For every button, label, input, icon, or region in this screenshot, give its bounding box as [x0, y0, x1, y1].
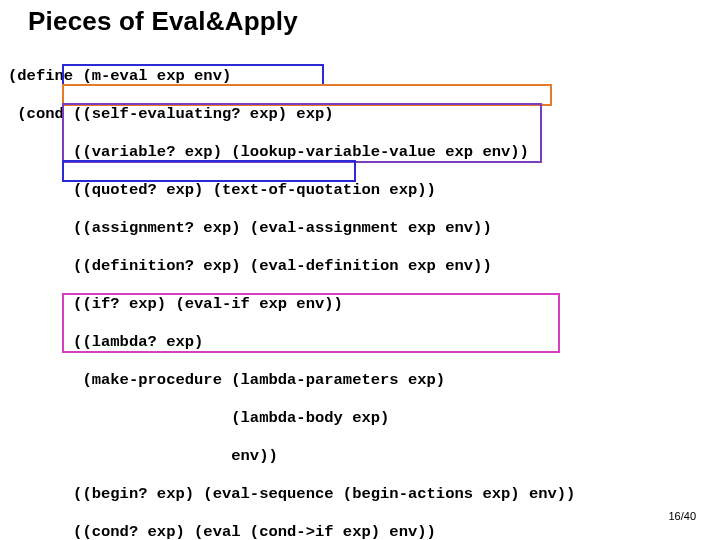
- highlight-box-application: [62, 293, 560, 353]
- code-line: ((definition? exp) (eval-definition exp …: [8, 257, 575, 276]
- slide-title: Pieces of Eval&Apply: [28, 6, 298, 37]
- code-line: (make-procedure (lambda-parameters exp): [8, 371, 575, 390]
- highlight-box-quoted-assign-def: [62, 103, 542, 163]
- page-number: 16/40: [668, 510, 696, 522]
- code-line: ((quoted? exp) (text-of-quotation exp)): [8, 181, 575, 200]
- highlight-box-if: [62, 160, 356, 182]
- code-line: ((assignment? exp) (eval-assignment exp …: [8, 219, 575, 238]
- code-line: (lambda-body exp): [8, 409, 575, 428]
- highlight-box-self-evaluating: [62, 64, 324, 86]
- code-line: ((cond? exp) (eval (cond->if exp) env)): [8, 523, 575, 540]
- code-line: ((begin? exp) (eval-sequence (begin-acti…: [8, 485, 575, 504]
- slide: Pieces of Eval&Apply (define (m-eval exp…: [0, 0, 720, 540]
- code-line: env)): [8, 447, 575, 466]
